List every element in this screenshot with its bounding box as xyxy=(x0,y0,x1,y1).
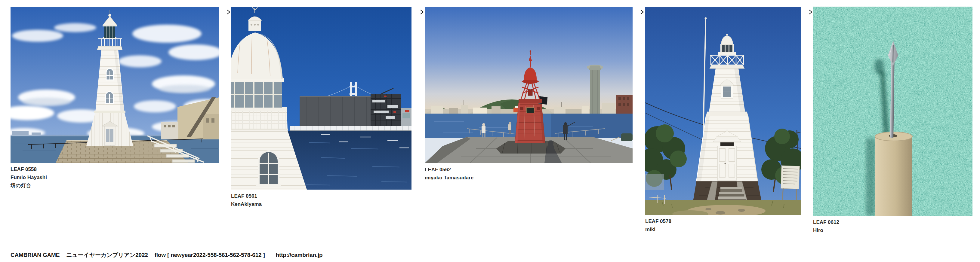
photo-leaf-0612[interactable] xyxy=(813,6,972,216)
photo-leaf-0578[interactable] xyxy=(645,7,801,215)
flow-item: LEAF 0558 Fumio Hayashi 堺の灯台 xyxy=(11,7,219,191)
photo-caption: LEAF 0578 miki xyxy=(645,219,801,232)
photo-caption: LEAF 0612 Hiro xyxy=(813,220,972,233)
flow-item: LEAF 0562 miyako Tamasudare xyxy=(425,7,633,183)
footer-flow-label: flow [ newyear2022-558-561-562-578-612 ] xyxy=(154,252,265,258)
leaf-author: Fumio Hayashi xyxy=(11,175,219,180)
leaf-id: LEAF 0562 xyxy=(425,167,633,173)
leaf-title: 堺の灯台 xyxy=(11,183,219,188)
leaf-author: Hiro xyxy=(813,228,972,233)
footer-event-title: ニューイヤーカンブリアン2022 xyxy=(66,252,148,258)
flow-arrow-icon xyxy=(220,9,231,16)
flow-arrow-icon xyxy=(633,9,644,16)
photo-caption: LEAF 0561 KenAkiyama xyxy=(231,194,412,207)
leaf-author: KenAkiyama xyxy=(231,202,412,207)
footer-url: http://cambrian.jp xyxy=(276,252,323,258)
flow-item: LEAF 0578 miki xyxy=(645,7,801,235)
flow-arrow-icon xyxy=(802,9,813,16)
photo-caption: LEAF 0562 miyako Tamasudare xyxy=(425,167,633,181)
leaf-id: LEAF 0578 xyxy=(645,219,801,224)
flow-arrow-icon xyxy=(413,9,424,16)
photo-leaf-0562[interactable] xyxy=(425,7,633,163)
leaf-id: LEAF 0558 xyxy=(11,167,219,172)
flow-item: LEAF 0612 Hiro xyxy=(813,6,972,236)
leaf-author: miki xyxy=(645,227,801,232)
flow-item: LEAF 0561 KenAkiyama xyxy=(231,7,412,210)
photo-leaf-0558[interactable] xyxy=(11,7,219,163)
footer-brand: CAMBRIAN GAME xyxy=(11,252,60,258)
footer-caption: CAMBRIAN GAMEニューイヤーカンブリアン2022flow [ newy… xyxy=(11,251,323,259)
photo-caption: LEAF 0558 Fumio Hayashi 堺の灯台 xyxy=(11,167,219,188)
leaf-author: miyako Tamasudare xyxy=(425,175,633,181)
leaf-id: LEAF 0612 xyxy=(813,220,972,225)
leaf-id: LEAF 0561 xyxy=(231,194,412,199)
cambrian-flow-page: LEAF 0558 Fumio Hayashi 堺の灯台 xyxy=(0,0,980,262)
photo-leaf-0561[interactable] xyxy=(231,7,412,190)
